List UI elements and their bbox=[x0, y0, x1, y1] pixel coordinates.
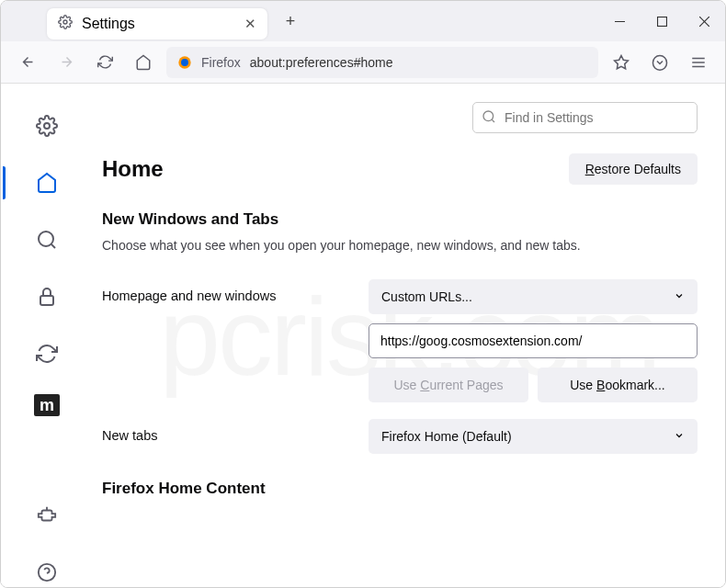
sidebar-item-sync[interactable] bbox=[30, 337, 63, 370]
svg-rect-2 bbox=[657, 17, 666, 26]
page-title: Home bbox=[102, 156, 164, 182]
svg-point-17 bbox=[483, 111, 493, 121]
find-in-settings-input[interactable] bbox=[472, 102, 698, 133]
tab-title: Settings bbox=[82, 16, 135, 32]
bookmark-star-button[interactable] bbox=[606, 47, 637, 78]
new-windows-tabs-heading: New Windows and Tabs bbox=[102, 210, 698, 229]
url-text: about:preferences#home bbox=[250, 55, 393, 70]
window-controls bbox=[598, 1, 725, 41]
sidebar-item-home[interactable] bbox=[30, 166, 63, 199]
svg-rect-14 bbox=[40, 296, 53, 305]
reload-button[interactable] bbox=[89, 47, 120, 78]
svg-point-12 bbox=[39, 232, 53, 246]
svg-point-0 bbox=[63, 20, 67, 24]
homepage-mode-select[interactable]: Custom URLs... bbox=[369, 279, 698, 314]
back-button[interactable] bbox=[12, 47, 43, 78]
sidebar-item-privacy[interactable] bbox=[30, 280, 63, 313]
close-icon[interactable]: ✕ bbox=[244, 16, 256, 32]
browser-tab[interactable]: Settings ✕ bbox=[47, 8, 267, 40]
toolbar: Firefox about:preferences#home bbox=[1, 41, 725, 84]
chevron-down-icon bbox=[674, 289, 685, 304]
url-bar[interactable]: Firefox about:preferences#home bbox=[166, 47, 598, 78]
use-current-pages-button[interactable]: Use Current Pages bbox=[369, 368, 528, 402]
maximize-button[interactable] bbox=[641, 1, 683, 41]
gear-icon bbox=[58, 15, 73, 33]
home-button[interactable] bbox=[128, 47, 159, 78]
sidebar-item-search[interactable] bbox=[30, 223, 63, 256]
restore-defaults-button[interactable]: Restore Defaults bbox=[569, 153, 698, 185]
new-tabs-value: Firefox Home (Default) bbox=[381, 429, 512, 444]
search-icon bbox=[482, 109, 496, 128]
svg-line-13 bbox=[51, 244, 55, 248]
svg-point-11 bbox=[44, 123, 50, 129]
content-area: m Home Restore Defaults New Windows and … bbox=[1, 84, 725, 588]
firefox-home-content-heading: Firefox Home Content bbox=[102, 480, 698, 498]
main-panel: Home Restore Defaults New Windows and Ta… bbox=[93, 84, 725, 588]
sidebar: m bbox=[1, 84, 93, 588]
homepage-url-input[interactable] bbox=[369, 323, 698, 358]
homepage-mode-value: Custom URLs... bbox=[381, 289, 472, 304]
chevron-down-icon bbox=[674, 429, 685, 444]
pocket-button[interactable] bbox=[644, 47, 675, 78]
new-tabs-row: New tabs Firefox Home (Default) bbox=[102, 419, 698, 454]
svg-point-6 bbox=[181, 59, 188, 66]
new-tab-button[interactable]: + bbox=[277, 7, 304, 35]
sidebar-item-more[interactable]: m bbox=[34, 394, 60, 416]
forward-button[interactable] bbox=[51, 47, 82, 78]
sidebar-item-help[interactable] bbox=[30, 556, 63, 588]
titlebar: Settings ✕ + bbox=[1, 1, 725, 41]
use-bookmark-button[interactable]: Use Bookmark... bbox=[538, 368, 698, 402]
minimize-button[interactable] bbox=[598, 1, 641, 41]
sidebar-item-extensions[interactable] bbox=[30, 499, 63, 532]
sidebar-item-general[interactable] bbox=[30, 109, 63, 142]
new-windows-tabs-desc: Choose what you see when you open your h… bbox=[102, 236, 698, 255]
new-tabs-select[interactable]: Firefox Home (Default) bbox=[369, 419, 698, 454]
homepage-label: Homepage and new windows bbox=[102, 279, 369, 303]
close-window-button[interactable] bbox=[683, 1, 725, 41]
new-tabs-label: New tabs bbox=[102, 419, 369, 443]
url-product-label: Firefox bbox=[201, 55, 241, 70]
svg-marker-7 bbox=[615, 55, 629, 68]
menu-button[interactable] bbox=[683, 47, 714, 78]
svg-line-18 bbox=[492, 119, 494, 122]
homepage-row: Homepage and new windows Custom URLs... … bbox=[102, 279, 698, 402]
firefox-icon bbox=[177, 55, 192, 70]
